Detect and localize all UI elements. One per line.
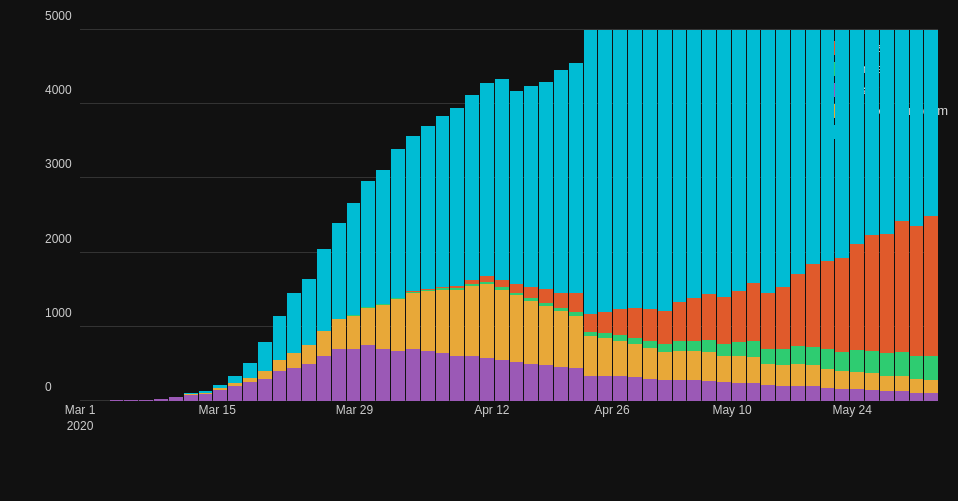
bar-segment-uk — [850, 372, 864, 390]
y-tick: 0 — [45, 380, 52, 394]
bar-group — [80, 30, 94, 401]
x-tick: Apr 26 — [594, 403, 629, 419]
bar-segment-uk — [421, 291, 435, 350]
bar-segment-uk — [287, 353, 301, 368]
bar-segment-india — [850, 350, 864, 371]
bar-segment-uk — [895, 376, 909, 391]
bar-segment-uk — [835, 371, 849, 389]
bar-segment-uk — [821, 369, 835, 388]
bar-segment-italy — [421, 351, 435, 401]
bar-segment-us — [702, 30, 716, 294]
bar-segment-us — [361, 181, 375, 307]
bar-segment-us — [761, 30, 775, 293]
bar-segment-us — [465, 95, 479, 281]
bar-segment-uk — [332, 319, 346, 349]
bar-group — [628, 30, 642, 401]
bar-segment-us — [421, 126, 435, 289]
bar-segment-italy — [199, 394, 213, 401]
bar-group — [154, 30, 168, 401]
bar-segment-us — [302, 279, 316, 346]
bar-segment-brazil — [865, 235, 879, 351]
bar-segment-italy — [273, 371, 287, 401]
bar-segment-italy — [184, 395, 198, 401]
bar-segment-italy — [169, 397, 183, 401]
bar-segment-brazil — [821, 261, 835, 349]
bar-group — [332, 30, 346, 401]
bar-segment-us — [598, 30, 612, 312]
bar-segment-india — [673, 341, 687, 351]
bar-group — [258, 30, 272, 401]
bar-segment-us — [332, 223, 346, 319]
bars-wrapper — [80, 30, 938, 401]
bar-segment-brazil — [732, 291, 746, 342]
bar-segment-uk — [480, 284, 494, 358]
bar-segment-italy — [332, 349, 346, 401]
bar-segment-italy — [495, 360, 509, 401]
bar-segment-brazil — [761, 293, 775, 349]
bar-segment-italy — [436, 353, 450, 401]
bar-segment-uk — [598, 338, 612, 376]
bar-segment-us — [450, 108, 464, 286]
bar-segment-uk — [524, 301, 538, 364]
bar-segment-us — [613, 30, 627, 309]
bar-group — [687, 30, 701, 401]
bar-segment-italy — [895, 391, 909, 401]
bar-segment-italy — [480, 358, 494, 401]
bar-group — [510, 30, 524, 401]
bar-segment-brazil — [910, 226, 924, 356]
bar-group — [139, 30, 153, 401]
bar-segment-italy — [835, 389, 849, 401]
bar-segment-uk — [628, 344, 642, 377]
bar-segment-italy — [910, 393, 924, 401]
bar-segment-us — [895, 30, 909, 221]
bar-segment-italy — [673, 380, 687, 401]
bar-group — [480, 30, 494, 401]
bar-group — [184, 30, 198, 401]
bar-segment-us — [687, 30, 701, 298]
bar-segment-india — [658, 344, 672, 352]
bar-segment-india — [835, 352, 849, 372]
bar-segment-italy — [465, 356, 479, 401]
bar-segment-us — [510, 91, 524, 284]
bar-segment-italy — [302, 364, 316, 401]
bar-segment-italy — [658, 380, 672, 401]
bar-segment-uk — [376, 305, 390, 350]
bar-segment-us — [273, 316, 287, 361]
bar-group — [317, 30, 331, 401]
bar-segment-uk — [924, 380, 938, 393]
bar-segment-italy — [865, 390, 879, 401]
bar-segment-india — [628, 338, 642, 345]
bar-segment-brazil — [584, 314, 598, 332]
bar-group — [761, 30, 775, 401]
bar-segment-italy — [243, 382, 257, 401]
bar-segment-italy — [821, 388, 835, 401]
bar-segment-us — [554, 70, 568, 293]
bar-segment-brazil — [717, 297, 731, 344]
bar-segment-italy — [524, 364, 538, 401]
bar-group — [361, 30, 375, 401]
bar-group — [924, 30, 938, 401]
bar-segment-italy — [391, 351, 405, 401]
bar-group — [524, 30, 538, 401]
x-tick: May 24 — [833, 403, 872, 419]
bar-segment-italy — [806, 386, 820, 401]
bar-segment-us — [436, 116, 450, 287]
bar-segment-brazil — [776, 287, 790, 349]
bar-segment-us — [376, 170, 390, 304]
bar-group — [613, 30, 627, 401]
bar-segment-us — [569, 63, 583, 293]
bar-segment-us — [732, 30, 746, 291]
bar-segment-india — [924, 356, 938, 380]
bar-group — [124, 30, 138, 401]
bar-group — [347, 30, 361, 401]
bar-group — [880, 30, 894, 401]
bar-segment-uk — [687, 351, 701, 380]
bar-segment-us — [524, 86, 538, 286]
bar-segment-india — [880, 353, 894, 375]
bar-segment-italy — [924, 393, 938, 401]
bar-segment-italy — [791, 386, 805, 401]
bar-segment-us — [628, 30, 642, 308]
bar-segment-brazil — [658, 311, 672, 345]
bar-segment-brazil — [554, 293, 568, 308]
bar-segment-uk — [510, 295, 524, 362]
